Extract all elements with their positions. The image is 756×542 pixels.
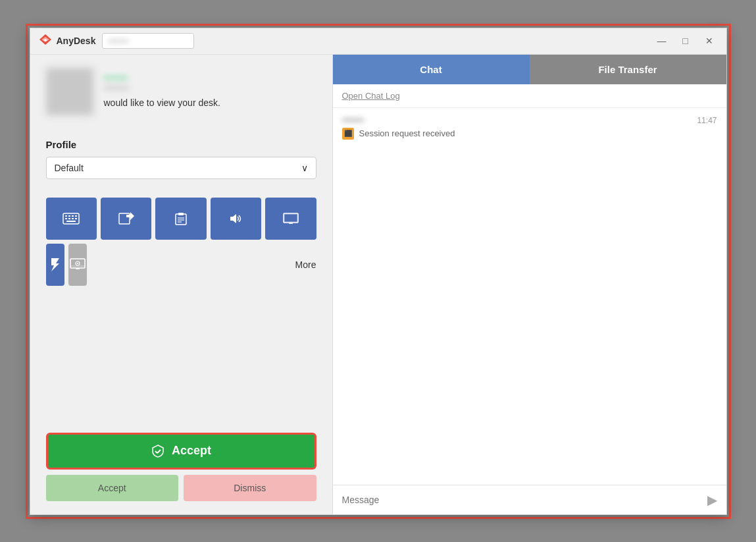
tabs: Chat File Transfer — [333, 55, 726, 84]
transfer-option-button[interactable] — [101, 198, 151, 240]
svg-rect-8 — [65, 218, 67, 219]
svg-rect-14 — [176, 214, 186, 225]
more-label[interactable]: More — [295, 259, 316, 270]
accept-light-button[interactable]: Accept — [46, 475, 179, 501]
app-logo: AnyDesk — [38, 34, 103, 48]
caller-name: •••••••• — [104, 72, 316, 82]
message-input[interactable] — [342, 495, 701, 505]
svg-line-32 — [157, 450, 161, 453]
svg-rect-15 — [178, 213, 184, 215]
svg-rect-6 — [72, 215, 74, 217]
app-title: AnyDesk — [57, 36, 96, 46]
chevron-down-icon: ∨ — [301, 163, 308, 173]
monitor-option-button[interactable] — [68, 244, 87, 286]
audio-icon — [226, 211, 245, 227]
svg-rect-7 — [75, 215, 77, 217]
message-sender: •••••••• — [342, 116, 365, 125]
message-text: Session request received — [359, 128, 455, 138]
chat-messages: •••••••• 11:47 ⬛ Session request receive… — [333, 108, 726, 485]
svg-rect-9 — [68, 218, 70, 219]
bottom-buttons: Accept Dismiss — [46, 475, 316, 501]
profile-section: Profile Default ∨ — [46, 139, 316, 188]
accept-main-button[interactable]: Accept — [46, 433, 316, 470]
message-item: •••••••• 11:47 ⬛ Session request receive… — [342, 116, 717, 140]
profile-label: Profile — [46, 139, 316, 150]
clipboard-option-button[interactable] — [155, 198, 206, 240]
options-row2: More — [46, 244, 316, 286]
audio-option-button[interactable] — [211, 198, 261, 240]
caller-id: •••••••••• — [104, 84, 316, 92]
caller-avatar — [46, 68, 93, 115]
tab-chat[interactable]: Chat — [333, 55, 530, 84]
options-grid — [46, 198, 316, 240]
svg-marker-24 — [51, 258, 59, 271]
titlebar-address[interactable]: •••••••• — [102, 33, 194, 49]
lightning-option-button[interactable] — [46, 244, 64, 286]
monitor-icon — [68, 257, 87, 273]
lightning-icon — [46, 257, 64, 273]
close-button[interactable]: ✕ — [700, 32, 718, 50]
tab-file-transfer[interactable]: File Transfer — [530, 55, 726, 84]
keyboard-icon — [62, 211, 80, 227]
svg-rect-11 — [75, 218, 77, 219]
caller-message: would like to view your desk. — [104, 97, 316, 110]
clipboard-icon — [172, 211, 190, 227]
minimize-button[interactable]: — — [653, 32, 671, 50]
accept-main-label: Accept — [172, 444, 211, 458]
send-button[interactable]: ▶ — [707, 492, 717, 508]
window-controls: — □ ✕ — [653, 32, 718, 50]
chat-log-link[interactable]: Open Chat Log — [333, 84, 726, 108]
main-window: AnyDesk •••••••• — □ ✕ •••••••• ••••••••… — [30, 28, 727, 515]
profile-value: Default — [55, 163, 84, 173]
main-content: •••••••• •••••••••• would like to view y… — [30, 55, 726, 514]
profile-dropdown[interactable]: Default ∨ — [46, 157, 316, 179]
caller-info: •••••••• •••••••••• would like to view y… — [46, 68, 316, 115]
address-text: •••••••• — [108, 37, 128, 45]
right-panel: Chat File Transfer Open Chat Log •••••••… — [333, 55, 726, 514]
svg-rect-12 — [66, 221, 76, 222]
svg-rect-4 — [65, 215, 67, 217]
message-header: •••••••• 11:47 — [342, 116, 717, 125]
anydesk-logo-icon — [38, 34, 53, 48]
titlebar: AnyDesk •••••••• — □ ✕ — [30, 28, 726, 55]
message-input-area: ▶ — [333, 485, 726, 514]
transfer-icon — [117, 211, 136, 227]
left-panel: •••••••• •••••••••• would like to view y… — [30, 55, 333, 514]
svg-rect-10 — [72, 218, 74, 219]
message-time: 11:47 — [697, 116, 717, 125]
caller-details: •••••••• •••••••••• would like to view y… — [104, 72, 316, 110]
message-body: ⬛ Session request received — [342, 128, 717, 140]
svg-rect-5 — [68, 215, 70, 217]
svg-marker-19 — [230, 214, 236, 223]
shield-icon — [151, 444, 165, 458]
screen-icon — [282, 211, 300, 227]
svg-rect-20 — [284, 213, 298, 223]
session-icon: ⬛ — [342, 128, 354, 140]
svg-rect-21 — [284, 214, 297, 222]
maximize-button[interactable]: □ — [676, 32, 695, 50]
dismiss-button[interactable]: Dismiss — [184, 475, 316, 501]
svg-point-30 — [77, 263, 78, 264]
screen-option-button[interactable] — [265, 198, 316, 240]
keyboard-option-button[interactable] — [46, 198, 97, 240]
